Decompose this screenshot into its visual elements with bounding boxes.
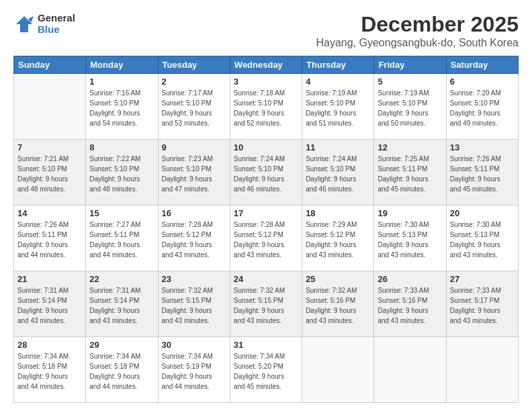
day-info: Sunrise: 7:20 AM Sunset: 5:10 PM Dayligh… <box>450 88 515 128</box>
col-tuesday: Tuesday <box>158 56 230 74</box>
table-row <box>446 337 518 403</box>
day-info: Sunrise: 7:27 AM Sunset: 5:11 PM Dayligh… <box>89 220 154 260</box>
day-number: 5 <box>378 77 442 87</box>
calendar-week-row: 21Sunrise: 7:31 AM Sunset: 5:14 PM Dayli… <box>14 271 519 337</box>
table-row: 4Sunrise: 7:19 AM Sunset: 5:10 PM Daylig… <box>302 74 374 140</box>
table-row: 15Sunrise: 7:27 AM Sunset: 5:11 PM Dayli… <box>86 205 158 271</box>
table-row: 2Sunrise: 7:17 AM Sunset: 5:10 PM Daylig… <box>158 74 230 140</box>
table-row: 9Sunrise: 7:23 AM Sunset: 5:10 PM Daylig… <box>158 140 230 205</box>
day-info: Sunrise: 7:34 AM Sunset: 5:18 PM Dayligh… <box>89 351 154 392</box>
table-row: 17Sunrise: 7:28 AM Sunset: 5:12 PM Dayli… <box>230 205 302 271</box>
day-info: Sunrise: 7:34 AM Sunset: 5:18 PM Dayligh… <box>17 351 82 392</box>
table-row: 25Sunrise: 7:32 AM Sunset: 5:16 PM Dayli… <box>302 271 374 337</box>
location-title: Hayang, Gyeongsangbuk-do, South Korea <box>316 37 519 49</box>
table-row <box>14 74 86 140</box>
table-row: 14Sunrise: 7:26 AM Sunset: 5:11 PM Dayli… <box>14 205 86 271</box>
table-row: 31Sunrise: 7:34 AM Sunset: 5:20 PM Dayli… <box>230 337 302 403</box>
day-number: 7 <box>17 142 82 152</box>
table-row: 11Sunrise: 7:24 AM Sunset: 5:10 PM Dayli… <box>302 140 374 205</box>
day-number: 4 <box>306 77 370 87</box>
day-number: 12 <box>378 142 442 152</box>
day-number: 19 <box>378 208 442 218</box>
table-row: 28Sunrise: 7:34 AM Sunset: 5:18 PM Dayli… <box>14 337 86 403</box>
day-info: Sunrise: 7:28 AM Sunset: 5:12 PM Dayligh… <box>162 220 226 260</box>
calendar-week-row: 7Sunrise: 7:21 AM Sunset: 5:10 PM Daylig… <box>14 140 519 205</box>
day-number: 30 <box>162 340 226 350</box>
day-number: 8 <box>89 142 154 152</box>
day-number: 17 <box>234 208 298 218</box>
day-info: Sunrise: 7:26 AM Sunset: 5:11 PM Dayligh… <box>450 154 515 194</box>
table-row: 21Sunrise: 7:31 AM Sunset: 5:14 PM Dayli… <box>14 271 86 337</box>
day-number: 15 <box>89 208 154 218</box>
table-row: 6Sunrise: 7:20 AM Sunset: 5:10 PM Daylig… <box>446 74 518 140</box>
calendar-week-row: 28Sunrise: 7:34 AM Sunset: 5:18 PM Dayli… <box>14 337 519 403</box>
day-number: 6 <box>450 77 515 87</box>
table-row: 29Sunrise: 7:34 AM Sunset: 5:18 PM Dayli… <box>86 337 158 403</box>
table-row: 5Sunrise: 7:19 AM Sunset: 5:10 PM Daylig… <box>374 74 446 140</box>
day-info: Sunrise: 7:25 AM Sunset: 5:11 PM Dayligh… <box>378 154 442 194</box>
table-row: 27Sunrise: 7:33 AM Sunset: 5:17 PM Dayli… <box>446 271 518 337</box>
table-row: 18Sunrise: 7:29 AM Sunset: 5:12 PM Dayli… <box>302 205 374 271</box>
day-info: Sunrise: 7:26 AM Sunset: 5:11 PM Dayligh… <box>17 220 82 260</box>
day-info: Sunrise: 7:19 AM Sunset: 5:10 PM Dayligh… <box>306 88 370 128</box>
day-info: Sunrise: 7:24 AM Sunset: 5:10 PM Dayligh… <box>306 154 370 194</box>
day-number: 28 <box>17 340 82 350</box>
day-number: 31 <box>234 340 298 350</box>
table-row: 24Sunrise: 7:32 AM Sunset: 5:15 PM Dayli… <box>230 271 302 337</box>
table-row <box>374 337 446 403</box>
day-info: Sunrise: 7:24 AM Sunset: 5:10 PM Dayligh… <box>234 154 298 194</box>
calendar-week-row: 1Sunrise: 7:16 AM Sunset: 5:10 PM Daylig… <box>14 74 519 140</box>
table-row <box>302 337 374 403</box>
calendar-table: Sunday Monday Tuesday Wednesday Thursday… <box>13 56 519 403</box>
day-info: Sunrise: 7:23 AM Sunset: 5:10 PM Dayligh… <box>162 154 226 194</box>
day-number: 1 <box>89 77 154 87</box>
day-info: Sunrise: 7:29 AM Sunset: 5:12 PM Dayligh… <box>306 220 370 260</box>
day-number: 24 <box>234 274 298 284</box>
day-info: Sunrise: 7:28 AM Sunset: 5:12 PM Dayligh… <box>234 220 298 260</box>
title-block: December 2025 Hayang, Gyeongsangbuk-do, … <box>316 12 519 49</box>
day-info: Sunrise: 7:16 AM Sunset: 5:10 PM Dayligh… <box>89 88 154 128</box>
col-wednesday: Wednesday <box>230 56 302 74</box>
day-number: 2 <box>162 77 226 87</box>
day-info: Sunrise: 7:21 AM Sunset: 5:10 PM Dayligh… <box>17 154 82 194</box>
day-info: Sunrise: 7:18 AM Sunset: 5:10 PM Dayligh… <box>234 88 298 128</box>
day-number: 13 <box>450 142 515 152</box>
day-info: Sunrise: 7:19 AM Sunset: 5:10 PM Dayligh… <box>378 88 442 128</box>
day-number: 29 <box>89 340 154 350</box>
table-row: 3Sunrise: 7:18 AM Sunset: 5:10 PM Daylig… <box>230 74 302 140</box>
table-row: 12Sunrise: 7:25 AM Sunset: 5:11 PM Dayli… <box>374 140 446 205</box>
table-row: 13Sunrise: 7:26 AM Sunset: 5:11 PM Dayli… <box>446 140 518 205</box>
day-number: 14 <box>17 208 82 218</box>
col-sunday: Sunday <box>14 56 86 74</box>
table-row: 20Sunrise: 7:30 AM Sunset: 5:13 PM Dayli… <box>446 205 518 271</box>
day-number: 22 <box>89 274 154 284</box>
table-row: 16Sunrise: 7:28 AM Sunset: 5:12 PM Dayli… <box>158 205 230 271</box>
table-row: 10Sunrise: 7:24 AM Sunset: 5:10 PM Dayli… <box>230 140 302 205</box>
calendar-week-row: 14Sunrise: 7:26 AM Sunset: 5:11 PM Dayli… <box>14 205 519 271</box>
day-number: 20 <box>450 208 515 218</box>
logo-blue: Blue <box>38 24 60 35</box>
page: General Blue December 2025 Hayang, Gyeon… <box>0 0 532 411</box>
day-number: 10 <box>234 142 298 152</box>
day-number: 26 <box>378 274 442 284</box>
day-number: 25 <box>306 274 370 284</box>
day-info: Sunrise: 7:30 AM Sunset: 5:13 PM Dayligh… <box>450 220 515 260</box>
table-row: 30Sunrise: 7:34 AM Sunset: 5:19 PM Dayli… <box>158 337 230 403</box>
day-number: 16 <box>162 208 226 218</box>
table-row: 1Sunrise: 7:16 AM Sunset: 5:10 PM Daylig… <box>86 74 158 140</box>
day-info: Sunrise: 7:32 AM Sunset: 5:15 PM Dayligh… <box>234 285 298 326</box>
col-monday: Monday <box>86 56 158 74</box>
col-saturday: Saturday <box>446 56 518 74</box>
table-row: 19Sunrise: 7:30 AM Sunset: 5:13 PM Dayli… <box>374 205 446 271</box>
day-info: Sunrise: 7:33 AM Sunset: 5:17 PM Dayligh… <box>450 285 515 326</box>
day-info: Sunrise: 7:34 AM Sunset: 5:20 PM Dayligh… <box>234 351 298 392</box>
day-number: 23 <box>162 274 226 284</box>
calendar-header-row: Sunday Monday Tuesday Wednesday Thursday… <box>14 56 519 74</box>
table-row: 7Sunrise: 7:21 AM Sunset: 5:10 PM Daylig… <box>14 140 86 205</box>
col-friday: Friday <box>374 56 446 74</box>
day-info: Sunrise: 7:31 AM Sunset: 5:14 PM Dayligh… <box>17 285 82 326</box>
day-number: 9 <box>162 142 226 152</box>
day-number: 27 <box>450 274 515 284</box>
table-row: 22Sunrise: 7:31 AM Sunset: 5:14 PM Dayli… <box>86 271 158 337</box>
day-number: 11 <box>306 142 370 152</box>
